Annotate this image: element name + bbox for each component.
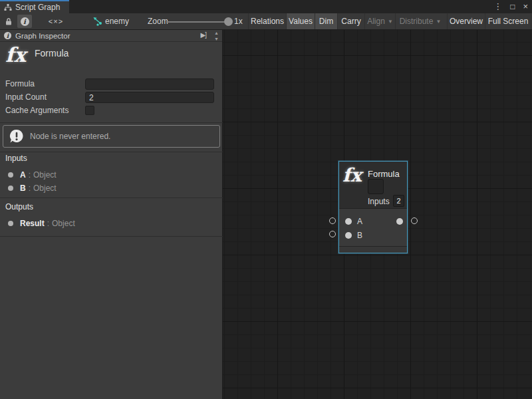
tab-script-graph[interactable]: Script Graph: [0, 0, 69, 13]
node-inputs-count[interactable]: 2: [393, 195, 404, 207]
graph-inspector-panel: i Graph Inspector ▶] ▲▼ fx Formula Formu…: [0, 30, 223, 399]
node-input-port-b[interactable]: [345, 232, 352, 239]
full-screen-button[interactable]: Full Screen: [485, 13, 531, 29]
section-divider: [0, 152, 223, 152]
window-menu-icon[interactable]: ⋮: [493, 0, 502, 13]
port-name: B: [20, 184, 26, 193]
external-port-ring-result[interactable]: [411, 217, 418, 224]
port-bullet-icon: [8, 172, 13, 178]
code-preview-button[interactable]: <×>: [41, 15, 70, 28]
input-count-input[interactable]: [85, 92, 214, 103]
port-name: Result: [20, 219, 45, 228]
node-input-port-a[interactable]: [345, 218, 352, 225]
zoom-slider-handle[interactable]: [224, 17, 233, 26]
overview-button[interactable]: Overview: [447, 13, 485, 29]
spinner-down-icon[interactable]: ▼: [214, 36, 219, 42]
port-type: Object: [52, 219, 75, 228]
graph-reference-icon-wrap: [92, 15, 103, 28]
port-name: A: [20, 170, 26, 180]
dim-button[interactable]: Dim: [315, 13, 337, 29]
formula-node[interactable]: fx Formula Inputs 2 A B: [338, 161, 408, 253]
graph-toolbar: i <×> enemy Zoom 1x Relations Values Dim…: [0, 13, 532, 30]
inputs-header: Inputs: [5, 154, 27, 163]
cache-arguments-label: Cache Arguments: [5, 105, 68, 116]
zoom-value: 1x: [234, 13, 243, 30]
external-port-ring-b[interactable]: [329, 231, 336, 237]
window-maximize-icon[interactable]: □: [510, 0, 515, 13]
external-port-ring-a[interactable]: [329, 217, 336, 224]
info-icon: i: [21, 17, 29, 26]
input-port-row-b: B : Object: [0, 184, 57, 193]
graph-canvas[interactable]: fx Formula Inputs 2 A B: [223, 30, 532, 399]
inspector-info-icon: i: [4, 32, 11, 39]
section-divider: [0, 198, 223, 198]
lock-button[interactable]: [1, 15, 16, 28]
dock-icon[interactable]: ▶]: [201, 31, 206, 39]
title-bar: Script Graph ⋮ □ ×: [0, 0, 532, 13]
distribute-button[interactable]: Distribute▼: [395, 13, 445, 29]
relations-label: Relations: [251, 17, 284, 26]
input-count-label: Input Count: [5, 92, 47, 103]
carry-label: Carry: [341, 17, 360, 26]
graph-reference-icon: [92, 17, 102, 26]
inspect-toggle-button[interactable]: i: [17, 15, 32, 28]
overview-label: Overview: [450, 17, 483, 26]
window-close-icon[interactable]: ×: [523, 0, 528, 13]
node-formula-input[interactable]: [368, 179, 384, 194]
node-output-port-result[interactable]: [396, 218, 403, 225]
node-fx-icon: fx: [342, 164, 362, 186]
node-inputs-label: Inputs: [368, 197, 390, 206]
spinner-up-icon[interactable]: ▲: [214, 30, 219, 36]
script-graph-window: { "window": { "tab_label": "Script Graph…: [0, 0, 532, 399]
port-type: Object: [33, 184, 57, 193]
carry-button[interactable]: Carry: [337, 13, 364, 29]
cache-arguments-checkbox[interactable]: [85, 106, 94, 115]
warning-text: Node is never entered.: [30, 132, 110, 141]
distribute-label: Distribute: [400, 17, 434, 26]
node-port-label-a: A: [357, 217, 362, 226]
values-label: Values: [289, 17, 313, 26]
graph-inspector-header: i Graph Inspector ▶] ▲▼: [0, 30, 222, 42]
relations-button[interactable]: Relations: [248, 13, 286, 29]
input-port-row-a: A : Object: [0, 170, 57, 180]
warning-box: Node is never entered.: [3, 125, 220, 148]
window-controls: ⋮ □ ×: [493, 0, 528, 13]
graph-reference-name[interactable]: enemy: [105, 13, 129, 30]
align-button[interactable]: Align▼: [364, 13, 395, 29]
zoom-label: Zoom: [148, 13, 168, 30]
section-divider: [0, 236, 223, 237]
port-bullet-icon: [8, 221, 13, 226]
distribute-dropdown-icon: ▼: [436, 19, 441, 25]
node-footer: [339, 246, 407, 253]
node-title: Formula: [368, 169, 400, 179]
lock-icon: [5, 17, 13, 26]
script-graph-icon: [4, 3, 12, 11]
full-screen-label: Full Screen: [488, 17, 529, 26]
formula-field-label: Formula: [5, 78, 35, 90]
align-dropdown-icon: ▼: [388, 19, 393, 25]
formula-node-header[interactable]: fx Formula Inputs 2: [339, 162, 407, 209]
inspector-title: Graph Inspector: [15, 32, 70, 40]
port-bullet-icon: [8, 186, 13, 191]
port-separator: :: [29, 184, 31, 193]
code-icon: <×>: [49, 17, 63, 25]
output-port-row-result: Result : Object: [0, 219, 75, 228]
port-separator: :: [47, 219, 49, 228]
formula-input[interactable]: [85, 78, 214, 90]
zoom-slider-track[interactable]: [166, 21, 227, 23]
header-spinner[interactable]: ▲▼: [214, 30, 219, 42]
warning-bubble-icon: [9, 128, 25, 144]
section-divider: [0, 122, 223, 123]
outputs-header: Outputs: [5, 202, 33, 211]
align-label: Align: [367, 17, 385, 26]
node-port-label-b: B: [357, 231, 362, 240]
port-type: Object: [33, 170, 57, 180]
unit-fx-icon: fx: [5, 43, 26, 66]
values-button[interactable]: Values: [286, 13, 315, 29]
tab-label: Script Graph: [15, 3, 60, 12]
port-separator: :: [29, 170, 31, 180]
dim-label: Dim: [319, 17, 333, 26]
unit-title: Formula: [35, 48, 68, 59]
